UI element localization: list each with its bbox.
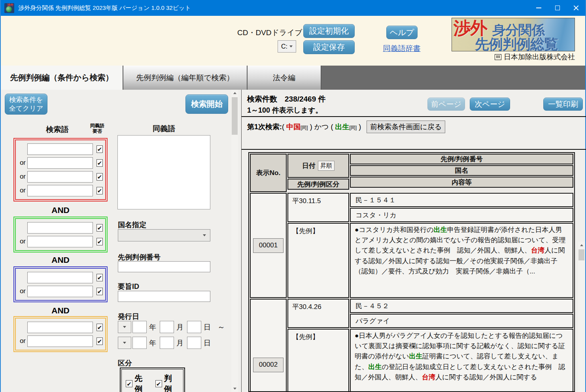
row-number: 民－４５２ — [350, 299, 573, 313]
or-label: or — [17, 159, 27, 167]
keyword-group-2: ✔ or✔ — [13, 217, 108, 253]
scroll-up-icon[interactable] — [578, 242, 585, 249]
results-scrollbar[interactable] — [578, 242, 585, 392]
next-page-button[interactable]: 次ページ — [470, 98, 510, 111]
globe-icon — [6, 6, 12, 12]
settings-save-button[interactable]: 設定保存 — [303, 40, 355, 54]
header-category: 先例/判例区分 — [287, 179, 349, 190]
synonym-list-box[interactable] — [117, 135, 210, 209]
start-search-button[interactable]: 検索開始 — [185, 94, 228, 114]
clear-conditions-button[interactable]: 検索条件を 全てクリア — [5, 94, 47, 115]
year-unit-label: 年 — [149, 322, 156, 332]
display-no-button[interactable]: 00001 — [253, 238, 284, 253]
era-select-to[interactable] — [118, 337, 131, 349]
checkbox-checked-icon[interactable]: ✔ — [96, 337, 103, 345]
print-list-button[interactable]: 一覧印刷 — [543, 98, 583, 111]
header-number: 先例/判例番号 — [350, 154, 573, 164]
category-label: 区分 — [118, 358, 132, 368]
checkbox-checked-icon[interactable]: ✔ — [96, 145, 103, 153]
logo-title-blue2: 先例判例総覧 — [475, 35, 558, 51]
app-window: 渉外 渉外身分関係 先例判例総覧 2023年版 バージョン 1.0.0 32ビッ… — [0, 0, 586, 392]
keyword-input-3-2[interactable] — [27, 286, 93, 297]
content: 検索条件を 全てクリア 検索開始 検索語 同義語 要否 同義語 ✔ or✔ or… — [1, 90, 585, 392]
settings-init-button[interactable]: 設定初期化 — [303, 24, 355, 38]
era-select-from[interactable] — [118, 321, 131, 333]
search-condition-row: 第1次検索:( 中国[同] ) かつ ( 出生[同] ) 前検索条件画面に戻る — [247, 121, 445, 133]
tab-search-by-condition[interactable]: 先例判例編（条件から検索） — [1, 66, 123, 90]
scroll-up-icon[interactable] — [231, 90, 238, 96]
month-input-to[interactable] — [160, 337, 174, 349]
year-input-to[interactable] — [132, 337, 147, 349]
checkbox-checked-icon[interactable]: ✔ — [126, 380, 132, 387]
keyword-input-2-2[interactable] — [27, 236, 93, 247]
month-input-from[interactable] — [160, 321, 174, 333]
country-select[interactable] — [118, 229, 210, 241]
row-date: 平30.11.5 — [287, 193, 349, 222]
chevron-down-icon — [123, 342, 126, 344]
year-input-from[interactable] — [132, 321, 147, 333]
checkbox-checked-icon[interactable]: ✔ — [96, 224, 103, 232]
tabbar: 先例判例編（条件から検索） 先例判例編（編年順で検索） 法令編 — [1, 66, 585, 90]
month-unit-label: 月 — [176, 338, 183, 348]
checkbox-checked-icon[interactable]: ✔ — [96, 238, 103, 245]
publisher-logo-icon — [495, 54, 501, 60]
keyword-input-3-1[interactable] — [27, 272, 93, 283]
scrollbar-thumb[interactable] — [578, 249, 584, 260]
header-date: 日付 昇順 — [287, 154, 349, 178]
maximize-button[interactable] — [548, 0, 567, 16]
sort-ascending-button[interactable]: 昇順 — [318, 161, 335, 171]
checkbox-checked-icon[interactable]: ✔ — [155, 380, 162, 387]
search-condition-text: 第1次検索:( 中国[同] ) かつ ( 出生[同] ) — [247, 122, 361, 132]
prev-page-button[interactable]: 前ページ — [427, 98, 465, 111]
back-to-conditions-button[interactable]: 前検索条件画面に戻る — [367, 121, 445, 133]
close-button[interactable] — [567, 0, 585, 16]
scroll-down-icon[interactable] — [231, 385, 238, 392]
synonym-dictionary-link[interactable]: 同義語辞書 — [381, 43, 422, 54]
row-category: 【先例】 — [287, 329, 349, 392]
drive-value: C: — [281, 43, 287, 50]
minimize-button[interactable] — [529, 0, 548, 16]
category-option-caselaw[interactable]: ✔ 判例 — [155, 373, 180, 392]
scrollbar-thumb[interactable] — [232, 97, 238, 135]
checkbox-checked-icon[interactable]: ✔ — [96, 288, 103, 295]
header-right-column: 先例/判例番号 国名 内容等 — [350, 153, 574, 192]
window-title: 渉外身分関係 先例判例総覧 2023年版 バージョン 1.0.0 32ビット — [18, 4, 191, 12]
tab-search-by-year[interactable]: 先例判例編（編年順で検索） — [123, 66, 248, 90]
issue-date-from-row: 年 月 日 ～ — [118, 321, 225, 333]
checkbox-checked-icon[interactable]: ✔ — [96, 159, 103, 167]
keyword-group-1: ✔ or✔ or✔ or✔ — [13, 138, 108, 202]
display-no-button[interactable]: 00002 — [253, 358, 284, 372]
keyword-input-1-4[interactable] — [27, 185, 93, 196]
day-input-from[interactable] — [187, 321, 201, 333]
checkbox-checked-icon[interactable]: ✔ — [96, 173, 103, 181]
row-content: ●コスタリカ共和国発行の出生申告登録証明書が添付された日本人男とアメリカ人女との… — [350, 223, 573, 298]
row-country: コスタ・リカ — [350, 208, 573, 222]
checkbox-checked-icon[interactable]: ✔ — [96, 274, 103, 281]
checkbox-checked-icon[interactable]: ✔ — [96, 324, 103, 331]
publisher-name: 日本加除出版株式会社 — [504, 52, 575, 62]
category-option-precedent[interactable]: ✔ 先例 — [126, 373, 150, 392]
result-range: 1～100 件表示します。 — [247, 106, 322, 115]
header-display-no: 表示No. — [250, 154, 287, 192]
drive-select[interactable]: C: — [278, 40, 296, 53]
or-label: or — [17, 187, 27, 194]
keyword-input-1-3[interactable] — [27, 171, 93, 183]
help-button[interactable]: ヘルプ — [386, 26, 418, 39]
day-input-to[interactable] — [187, 337, 201, 349]
row-no-cell: 00001 — [250, 193, 287, 298]
left-panel-scrollbar[interactable] — [231, 90, 238, 392]
keyword-input-4-1[interactable] — [27, 322, 93, 333]
keyword-input-1-1[interactable] — [27, 143, 93, 155]
tab-laws[interactable]: 法令編 — [248, 66, 321, 90]
keyword-input-4-2[interactable] — [27, 335, 93, 347]
checkbox-checked-icon[interactable]: ✔ — [96, 187, 103, 194]
abstract-id-input[interactable] — [118, 291, 210, 302]
or-label: or — [17, 173, 27, 181]
keyword-group-3: ✔ or✔ — [13, 266, 108, 302]
keyword-input-2-1[interactable] — [27, 222, 93, 234]
or-label: or — [17, 237, 27, 245]
table-header: 表示No. 日付 昇順 先例/判例区分 先例/判例番号 国名 内容等 — [250, 153, 574, 192]
or-label: or — [17, 337, 27, 345]
keyword-input-1-2[interactable] — [27, 157, 93, 169]
precedent-number-input[interactable] — [118, 261, 210, 272]
